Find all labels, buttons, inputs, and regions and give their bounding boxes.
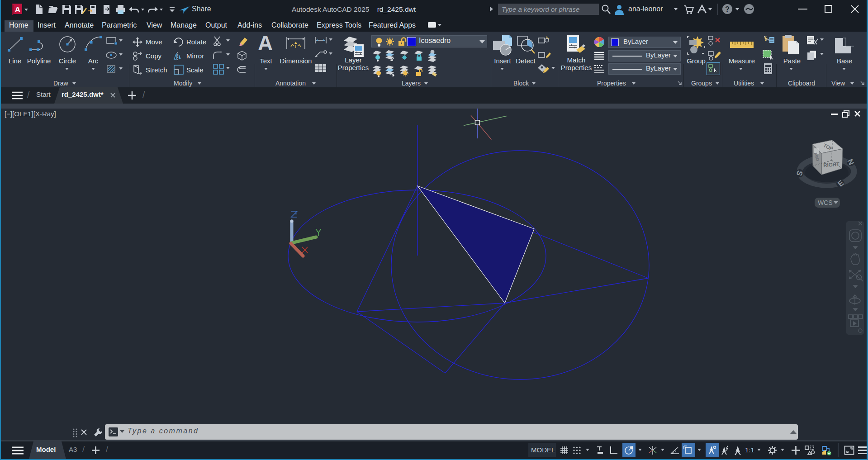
svg-text:WCS: WCS [818, 199, 833, 206]
svg-text:RIGHT: RIGHT [823, 161, 840, 168]
svg-text:?: ? [725, 5, 730, 13]
svg-text:S: S [795, 170, 805, 177]
svg-text:A: A [15, 5, 20, 14]
